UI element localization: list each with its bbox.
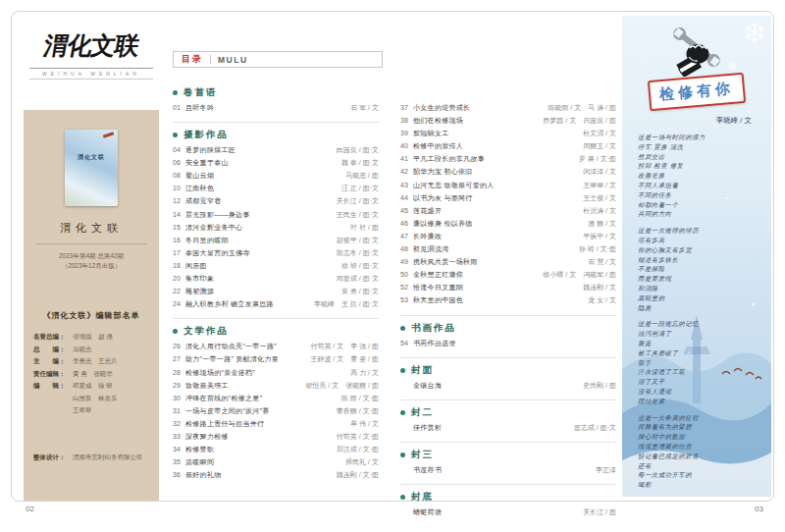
- toc-header: 目录 MULU: [173, 51, 383, 68]
- entry-title: 鳌山云烟: [185, 171, 340, 181]
- entry-title: 一场与皮带之间的“拔河”赛: [185, 406, 331, 416]
- toc-entry: 48初见洄流湾孙 玲 / 文·图: [400, 244, 616, 257]
- toc-entry: 04逐梦的陕煤工匠白国良 / 图·文: [173, 145, 379, 158]
- entry-title: 检修中的宣传人: [413, 141, 577, 151]
- entry-title: 深夜聚力检修: [185, 432, 331, 442]
- entry-author: 胡志冬 / 图·文: [337, 248, 379, 258]
- toc-entry: 46廉以修身 俭以养德潘 丽 / 文: [400, 219, 616, 232]
- toc-column-2: 37小女生的逆势成长陈晓雨 / 文 马 涛 / 图 38他们在检修现场乔梦园 /…: [400, 84, 616, 532]
- entry-author: 汪 正 / 图·文: [341, 184, 379, 193]
- snowflake-icon: ❅: [727, 59, 738, 74]
- entry-author: 魏连刚 / 文·图: [337, 470, 379, 480]
- entry-number: 22: [173, 288, 185, 294]
- toc-entry: 27助力“一带一路” 贡献渭化力量王静波 / 文 董 雯 / 图: [173, 354, 379, 367]
- toc-entry: 书屋荐书李正泽: [400, 465, 616, 478]
- toc-entry: 20集市印象邓爱成 / 图·文: [173, 274, 379, 287]
- toc-entry: 47长吟廉政平振中 / 文: [400, 232, 616, 244]
- entry-author: 石 慧 / 文: [588, 257, 616, 267]
- magazine-name: 渭化文联: [33, 221, 149, 236]
- divider: [210, 55, 211, 64]
- section-title: 封二: [411, 406, 434, 419]
- entry-author: 潘 丽 / 文: [588, 219, 616, 229]
- entry-number: 24: [173, 300, 185, 307]
- roster-names: 邓爱成 徐 研: [73, 380, 113, 393]
- entry-title: 金镶台海: [400, 381, 577, 391]
- section-back-cover: 封底 蜻蜓荷塘关长江 / 图: [400, 491, 616, 526]
- entry-number: 47: [400, 233, 413, 239]
- entry-number: 06: [173, 159, 185, 166]
- roster-label: 主 编：: [33, 355, 73, 368]
- toc-entry: 31一场与皮带之间的“拔河”赛董香丽 / 文·图: [173, 406, 379, 419]
- fist-wrench-icon: [665, 24, 728, 77]
- entry-number: 49: [400, 258, 413, 265]
- poem-body: 这是一场与时间的接力 停车 置换 清洗 然后交出 拆卸 检查 修复 改善更换 不…: [638, 133, 771, 491]
- entry-number: 48: [400, 245, 413, 252]
- entry-author: 白国良 / 图·文: [337, 145, 379, 155]
- section-title: 封底: [411, 491, 434, 504]
- toc-entry: 40检修中的宣传人周丽玉 / 文: [400, 141, 616, 154]
- entry-author: 乔梦园 / 文 吕国良 / 图: [543, 116, 616, 126]
- entry-author: 叶 社 / 图: [350, 223, 379, 233]
- entry-title: 闲居图: [185, 261, 336, 271]
- entry-number: 08: [173, 172, 185, 179]
- entry-title: 最好的礼物: [185, 470, 331, 480]
- cover-thumbnail-title: 渭化文联: [65, 153, 118, 162]
- roster-row: 责任编辑：黄 勇 张晓华: [33, 368, 149, 381]
- toc-column-1: 卷首语 01且听冬吟石 军 / 文 摄影作品 04逐梦的陕煤工匠白国良 / 图·…: [173, 84, 379, 532]
- entry-number: 54: [400, 340, 413, 346]
- poem-byline: 李晓峰 / 文: [622, 116, 752, 126]
- entry-number: 34: [173, 446, 185, 452]
- entry-title: 集市印象: [185, 274, 331, 284]
- toc-entry: 54书画作品选登: [400, 339, 616, 351]
- entry-title: 长吟廉政: [413, 232, 577, 241]
- entry-author: 平振中 / 文: [583, 232, 616, 241]
- entry-number: 12: [173, 197, 185, 204]
- toc-entry: 50金秋蟹正红邀你徐小晴 / 文 冯晓军 / 图: [400, 270, 616, 283]
- entry-author: 郑汉成 / 文·图: [337, 445, 379, 454]
- toc-entry: 52恰逢今日又重阳魏连刚 / 文: [400, 283, 616, 295]
- entry-author: 闵泽泽 / 文: [583, 167, 616, 177]
- entry-author: 马晓忠 / 图: [345, 171, 379, 181]
- section-title: 书画作品: [411, 322, 456, 335]
- roster-row: 名誉总编：张增战 赵 强: [33, 331, 149, 344]
- roster-names: 白国良 林喜乐: [73, 393, 118, 405]
- entry-author: 史尚刚 / 图: [583, 381, 616, 391]
- section-bullet: [400, 452, 405, 457]
- toc-entry: 43山河无恙 致敬最可爱的人王翠翠 / 文: [400, 181, 616, 193]
- roster-row: 白国良 林喜乐: [33, 393, 149, 405]
- entry-number: 53: [400, 296, 413, 303]
- toc-entry: 06安全重于泰山魏 泰 / 图·文: [173, 158, 379, 171]
- entry-title: 书画作品选登: [413, 339, 610, 348]
- geese-icon: [720, 365, 765, 383]
- roster-label: 责任编辑：: [33, 368, 73, 381]
- section-heading: 摄影作品: [173, 129, 379, 141]
- roster-row: 王翠翠: [33, 404, 149, 417]
- entry-number: 29: [173, 382, 185, 389]
- toc-columns: 卷首语 01且听冬吟石 军 / 文 摄影作品 04逐梦的陕煤工匠白国良 / 图·…: [173, 84, 616, 532]
- entry-title: 携秋风共赏一场秋雨: [413, 257, 582, 267]
- section-bullet: [173, 133, 178, 137]
- toc-entry: 41平凡工段长的非凡故事罗 展 / 文·图: [400, 154, 616, 167]
- poem-title: 检修有你: [658, 80, 734, 104]
- entry-number: 44: [400, 194, 413, 201]
- design-credit: 整体设计：渭南市宏利印务有限公司: [33, 452, 149, 464]
- roster-names: 李景忠 王忠兵: [73, 355, 118, 368]
- entry-author: 关长江 / 图·文: [337, 196, 379, 206]
- toc-entry: 38他们在检修现场乔梦园 / 文 吕国良 / 图: [400, 116, 616, 129]
- toc-entry: 金镶台海史尚刚 / 图: [400, 381, 616, 394]
- toc-entry: 10江南秋色汪 正 / 图·文: [173, 184, 379, 196]
- entry-number: 40: [400, 142, 413, 149]
- section-heading: 封三: [400, 449, 616, 461]
- toc-entry: 12成都宽窄巷关长江 / 图·文: [173, 196, 379, 209]
- design-label: 整体设计：: [33, 452, 73, 464]
- entry-title: 胶辊轴女工: [413, 129, 577, 138]
- toc-entry: 34检修赞歌郑汉成 / 文·图: [173, 445, 379, 457]
- entry-author: 李晓峰 王 括 / 图·文: [314, 299, 379, 309]
- toc-entry: 24融入职教乡村 确立发展思路李晓峰 王 括 / 图·文: [173, 299, 379, 312]
- toc-entry: 18闲居图徐 研 / 图·文: [173, 261, 379, 274]
- entry-title: 泰国大皇宫的玉佛寺: [185, 248, 331, 258]
- toc-entry: 17泰国大皇宫的玉佛寺胡志冬 / 图·文: [173, 248, 379, 261]
- entry-author: 周丽玉 / 文: [583, 141, 616, 151]
- entry-number: 41: [400, 155, 413, 162]
- entry-author: 王士俊 / 文: [583, 193, 616, 203]
